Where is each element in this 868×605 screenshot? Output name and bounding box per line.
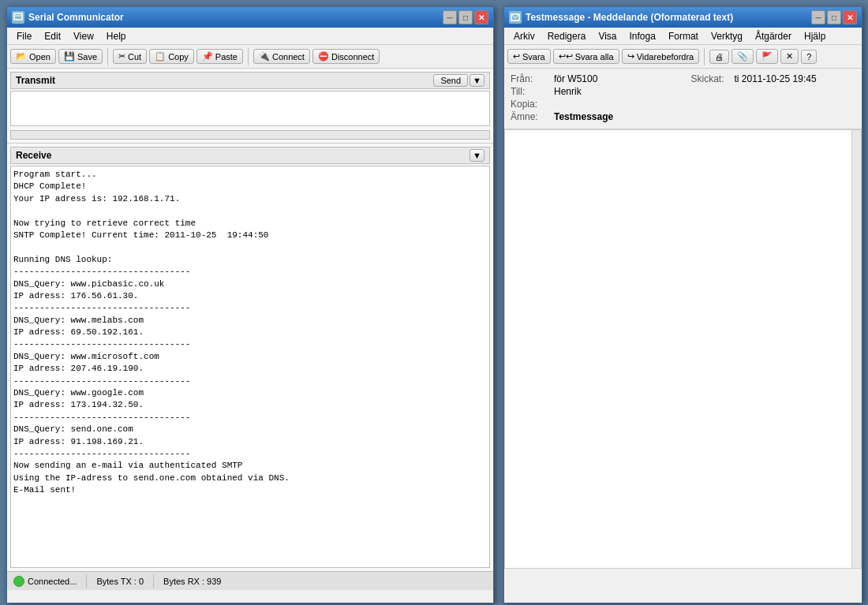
send-dropdown[interactable]: ▼ <box>470 74 485 87</box>
email-body-wrapper <box>504 129 862 569</box>
email-minimize-button[interactable]: ─ <box>811 10 825 24</box>
to-value: Henrik <box>554 86 855 97</box>
from-value: för W5100 <box>554 73 675 84</box>
to-label: Till: <box>511 86 554 97</box>
serial-menu-help[interactable]: Help <box>100 29 133 43</box>
save-label: Save <box>77 52 97 62</box>
subject-value: Testmessage <box>554 111 855 122</box>
email-close-button[interactable]: ✕ <box>843 10 857 24</box>
serial-window-icon <box>12 11 24 24</box>
subject-label: Ämne: <box>511 111 554 122</box>
open-button[interactable]: 📂 Open <box>10 49 56 64</box>
email-menu-hjalp[interactable]: Hjälp <box>798 29 832 43</box>
email-window-icon <box>509 11 522 24</box>
paste-icon: 📌 <box>202 51 213 62</box>
serial-menu-view[interactable]: View <box>67 29 100 43</box>
serial-maximize-button[interactable]: □ <box>458 10 473 24</box>
email-window-controls: ─ □ ✕ <box>811 10 857 24</box>
serial-close-button[interactable]: ✕ <box>474 10 488 24</box>
status-sep-1 <box>86 575 87 588</box>
email-maximize-button[interactable]: □ <box>827 10 841 24</box>
save-icon: 💾 <box>64 51 75 62</box>
email-title-left: Testmessage - Meddelande (Oformaterad te… <box>509 11 733 24</box>
email-title-bar: Testmessage - Meddelande (Oformaterad te… <box>504 7 862 28</box>
attachment-icon: 📎 <box>737 51 748 62</box>
save-button[interactable]: 💾 Save <box>58 49 103 64</box>
delete-button[interactable]: ✕ <box>780 49 799 64</box>
help-button[interactable]: ? <box>801 50 817 64</box>
svg-rect-0 <box>14 13 22 20</box>
reply-label: Svara <box>522 52 545 62</box>
help-icon: ? <box>806 52 811 62</box>
serial-status-bar: Connected... Bytes TX : 0 Bytes RX : 939 <box>7 571 493 590</box>
email-from-row: Från: för W5100 Skickat: ti 2011-10-25 1… <box>511 73 855 84</box>
receive-header: Receive ▼ <box>10 147 490 164</box>
forward-button[interactable]: ↪ Vidarebefordra <box>622 49 700 64</box>
transmit-area: Transmit Send ▼ <box>7 69 493 144</box>
bytes-rx: Bytes RX : 939 <box>163 577 221 586</box>
serial-title-left: Serial Communicator <box>12 11 124 24</box>
serial-communicator-window: Serial Communicator ─ □ ✕ File Edit View… <box>6 6 494 603</box>
serial-toolbar: 📂 Open 💾 Save ✂ Cut 📋 Copy 📌 Paste 🔌 Con… <box>7 45 493 69</box>
cut-icon: ✂ <box>118 51 125 62</box>
sent-value: ti 2011-10-25 19:45 <box>735 73 856 84</box>
email-menu-bar: Arkiv Redigera Visa Infoga Format Verkty… <box>504 28 862 45</box>
copy-button[interactable]: 📋 Copy <box>149 49 194 64</box>
toolbar-sep-1 <box>107 48 108 65</box>
email-cc-row: Kopia: <box>511 99 855 110</box>
copy-label: Copy <box>168 52 189 62</box>
cut-label: Cut <box>128 52 141 62</box>
bytes-tx: Bytes TX : 0 <box>96 577 144 586</box>
reply-all-button[interactable]: ↩↩ Svara alla <box>553 49 619 64</box>
print-button[interactable]: 🖨 <box>709 50 729 64</box>
transmit-scrollbar[interactable] <box>10 130 490 140</box>
receive-dropdown[interactable]: ▼ <box>470 149 485 162</box>
paste-button[interactable]: 📌 Paste <box>196 49 243 64</box>
connection-status: Connected... <box>28 577 77 586</box>
reply-all-label: Svara alla <box>575 52 614 62</box>
reply-all-icon: ↩↩ <box>559 51 573 62</box>
email-toolbar-btn-2[interactable]: 📎 <box>731 49 754 64</box>
email-body-scrollbar[interactable] <box>851 130 861 568</box>
email-menu-visa[interactable]: Visa <box>592 29 623 43</box>
reply-button[interactable]: ↩ Svara <box>507 49 551 64</box>
serial-title-text: Serial Communicator <box>28 12 124 23</box>
email-menu-format[interactable]: Format <box>662 29 705 43</box>
transmit-header: Transmit Send ▼ <box>10 72 490 89</box>
connect-label: Connect <box>272 52 305 62</box>
disconnect-label: Disconnect <box>331 52 374 62</box>
cc-label: Kopia: <box>511 99 554 110</box>
email-menu-redigera[interactable]: Redigera <box>541 29 593 43</box>
email-toolbar: ↩ Svara ↩↩ Svara alla ↪ Vidarebefordra 🖨… <box>504 45 862 69</box>
email-menu-verktyg[interactable]: Verktyg <box>705 29 749 43</box>
disconnect-button[interactable]: ⛔ Disconnect <box>312 49 380 64</box>
serial-menu-bar: File Edit View Help <box>7 28 493 45</box>
serial-window-controls: ─ □ ✕ <box>443 10 488 24</box>
email-menu-arkiv[interactable]: Arkiv <box>507 29 541 43</box>
cut-button[interactable]: ✂ Cut <box>113 49 147 64</box>
receive-content[interactable]: Program start... DHCP Complete! Your IP … <box>10 166 490 568</box>
flag-icon: 🚩 <box>761 51 773 62</box>
email-menu-atgarder[interactable]: Åtgärder <box>749 29 798 43</box>
email-body[interactable] <box>505 130 851 568</box>
serial-minimize-button[interactable]: ─ <box>443 10 457 24</box>
transmit-input[interactable] <box>10 91 490 126</box>
print-icon: 🖨 <box>715 52 724 62</box>
serial-menu-file[interactable]: File <box>10 29 38 43</box>
reply-icon: ↩ <box>513 51 520 62</box>
forward-icon: ↪ <box>627 51 634 62</box>
send-button[interactable]: Send <box>433 74 468 87</box>
connection-indicator <box>13 576 24 587</box>
disconnect-icon: ⛔ <box>318 51 329 62</box>
sent-label: Skickat: <box>691 73 735 84</box>
delete-icon: ✕ <box>786 51 793 62</box>
send-btn-area: Send ▼ <box>433 74 485 87</box>
email-menu-infoga[interactable]: Infoga <box>623 29 662 43</box>
email-toolbar-sep-1 <box>704 48 705 65</box>
email-title-text: Testmessage - Meddelande (Oformaterad te… <box>526 12 733 23</box>
serial-menu-edit[interactable]: Edit <box>38 29 67 43</box>
email-window: Testmessage - Meddelande (Oformaterad te… <box>503 6 862 603</box>
connect-button[interactable]: 🔌 Connect <box>253 49 310 64</box>
email-toolbar-btn-3[interactable]: 🚩 <box>756 49 778 64</box>
paste-label: Paste <box>215 52 238 62</box>
